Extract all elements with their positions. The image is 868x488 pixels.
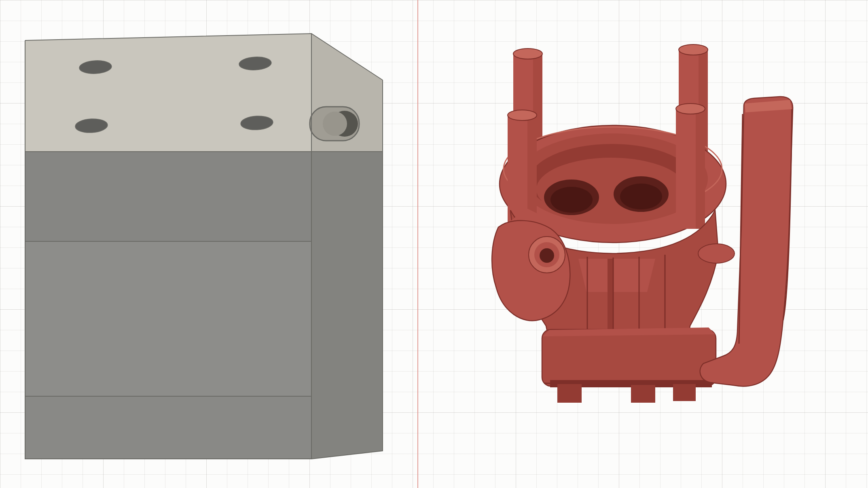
block-front-face-upper[interactable] xyxy=(25,152,311,241)
red-boss-tube-hole xyxy=(540,248,554,263)
red-body-fin xyxy=(608,259,613,340)
gray-block-part[interactable] xyxy=(25,34,383,459)
red-carburetor-part[interactable] xyxy=(492,44,793,403)
red-bore-left-inner xyxy=(550,187,593,213)
red-foot-left[interactable] xyxy=(557,384,582,403)
red-post-front-right-shade xyxy=(696,108,705,229)
block-front-face-lower[interactable] xyxy=(25,396,311,459)
red-connector-nub xyxy=(698,244,735,263)
red-post-front-right-cap xyxy=(676,104,705,114)
cad-scene xyxy=(0,0,868,488)
red-left-boss[interactable] xyxy=(492,221,570,321)
red-post-back-left-cap xyxy=(513,49,542,59)
red-foot-right[interactable] xyxy=(673,384,696,401)
red-post-front-left-cap xyxy=(508,110,537,120)
block-right-face[interactable] xyxy=(311,152,383,459)
red-foot-middle[interactable] xyxy=(631,385,655,403)
block-slot-bore-floor xyxy=(323,112,347,136)
red-base-plate[interactable] xyxy=(542,330,716,386)
cad-viewport-canvas[interactable] xyxy=(0,0,868,488)
red-post-back-right-cap xyxy=(679,44,708,55)
red-bore-right-inner xyxy=(620,184,662,209)
red-body-facet xyxy=(578,259,655,292)
block-front-face-middle[interactable] xyxy=(25,241,311,396)
block-top-face[interactable] xyxy=(25,34,311,152)
